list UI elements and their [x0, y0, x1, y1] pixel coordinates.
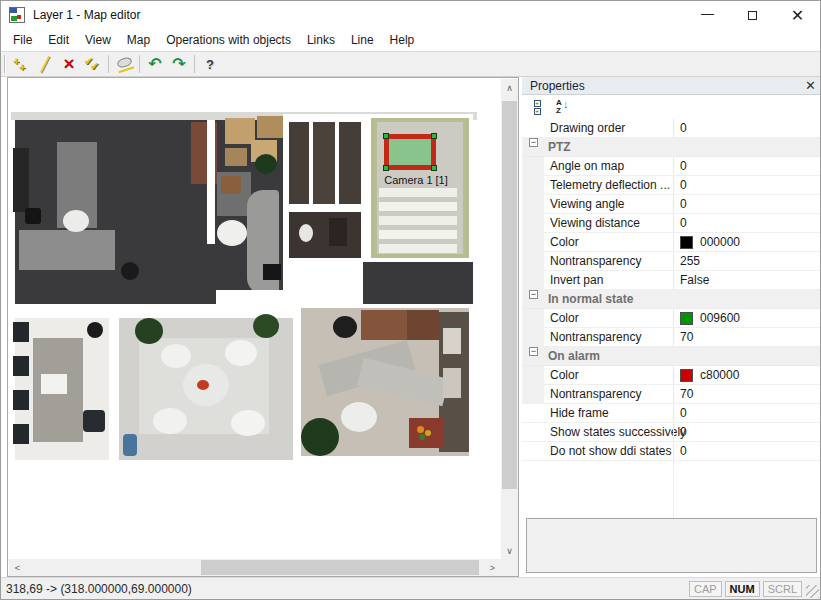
property-value-text: False	[680, 273, 709, 287]
indicator-scrl: SCRL	[763, 581, 802, 597]
property-row: Nontransparency255	[522, 252, 821, 271]
color-swatch[interactable]	[680, 369, 693, 382]
camera-handle[interactable]	[383, 133, 389, 139]
property-value[interactable]: 009600	[673, 309, 821, 327]
furniture-shape	[197, 380, 209, 390]
furniture-shape	[257, 116, 283, 138]
camera-handle[interactable]	[431, 133, 437, 139]
menu-links[interactable]: Links	[299, 31, 343, 49]
row-gutter: −	[522, 290, 544, 308]
property-value[interactable]: 0	[673, 157, 821, 175]
property-value[interactable]: c80000	[673, 366, 821, 384]
furniture-shape	[363, 262, 473, 306]
color-swatch[interactable]	[680, 312, 693, 325]
property-value[interactable]: False	[673, 271, 821, 289]
line-icon: ╱	[41, 56, 49, 72]
furniture-shape	[379, 230, 457, 239]
scroll-up-icon[interactable]: ∧	[501, 79, 518, 96]
vertical-scroll-thumb[interactable]	[502, 101, 517, 489]
maximize-button[interactable]	[730, 1, 775, 29]
add-nodes-icon: ++	[13, 56, 29, 72]
property-value[interactable]: 0	[673, 176, 821, 194]
add-nodes-button[interactable]: ++	[9, 53, 33, 75]
furniture-shape	[301, 418, 339, 456]
menu-view[interactable]: View	[77, 31, 119, 49]
eraser-button[interactable]	[112, 53, 136, 75]
property-row: Color009600	[522, 309, 821, 328]
property-value[interactable]: 70	[673, 328, 821, 346]
redo-button[interactable]: ↷	[167, 53, 191, 75]
furniture-shape	[329, 218, 347, 246]
scroll-down-icon[interactable]: ∨	[501, 542, 518, 559]
menu-help[interactable]: Help	[382, 31, 423, 49]
map-region: Camera 1 [1] ∧ ∨ < >	[7, 77, 519, 577]
scroll-left-icon[interactable]: <	[9, 559, 26, 576]
property-value[interactable]: 0	[673, 423, 821, 441]
furniture-shape	[255, 154, 277, 174]
draw-line-button[interactable]: ╱	[33, 53, 57, 75]
furniture-shape	[109, 312, 119, 460]
properties-header: Properties ✕	[522, 77, 821, 95]
furniture-shape	[417, 426, 424, 433]
property-value-text: 0	[680, 197, 687, 211]
scroll-right-icon[interactable]: >	[484, 559, 501, 576]
undo-button[interactable]: ↶	[143, 53, 167, 75]
property-value[interactable]: 70	[673, 385, 821, 403]
furniture-shape	[225, 148, 247, 166]
property-row: Invert panFalse	[522, 271, 821, 290]
minimize-button[interactable]: —	[685, 1, 730, 29]
color-swatch[interactable]	[680, 236, 693, 249]
camera-marker[interactable]	[384, 134, 436, 170]
property-value[interactable]: 0	[673, 214, 821, 232]
help-button[interactable]: ?	[198, 53, 222, 75]
property-value[interactable]: 0	[673, 195, 821, 213]
furniture-shape	[225, 340, 257, 366]
menu-map[interactable]: Map	[119, 31, 158, 49]
collapse-toggle[interactable]: −	[529, 290, 538, 299]
menu-line[interactable]: Line	[343, 31, 382, 49]
camera-handle[interactable]	[431, 165, 437, 171]
menu-edit[interactable]: Edit	[40, 31, 77, 49]
close-button[interactable]: ✕	[775, 1, 820, 29]
indicator-num: NUM	[725, 581, 760, 597]
categorized-view-button[interactable]: ++	[527, 98, 547, 116]
toolbar-grip[interactable]	[4, 55, 6, 73]
furniture-shape	[123, 434, 137, 456]
check-nodes-button[interactable]: ✔✔	[81, 53, 105, 75]
menu-bar: FileEditViewMapOperations with objectsLi…	[1, 29, 820, 51]
property-value[interactable]: 255	[673, 252, 821, 270]
furniture-shape	[13, 424, 29, 444]
property-value[interactable]: 0	[673, 119, 821, 137]
property-grid: Drawing order0−PTZAngle on map0Telemetry…	[522, 119, 821, 461]
menu-file[interactable]: File	[5, 31, 40, 49]
delete-button[interactable]: ×	[57, 53, 81, 75]
vertical-scrollbar[interactable]: ∧ ∨	[501, 79, 518, 559]
window-title: Layer 1 - Map editor	[33, 8, 140, 22]
property-row: Drawing order0	[522, 119, 821, 138]
floor-plan: Camera 1 [1]	[11, 112, 477, 474]
furniture-shape	[293, 308, 301, 460]
property-row: Colorc80000	[522, 366, 821, 385]
row-gutter	[522, 233, 544, 251]
sort-alphabetical-button[interactable]: AZ↓	[553, 98, 573, 116]
property-row: Hide frame0	[522, 404, 821, 423]
menu-operations-with-objects[interactable]: Operations with objects	[158, 31, 299, 49]
map-canvas[interactable]: Camera 1 [1]	[9, 79, 501, 559]
horizontal-scroll-thumb[interactable]	[201, 560, 479, 575]
property-value-text: 0	[680, 178, 687, 192]
furniture-shape	[231, 410, 265, 436]
furniture-shape	[379, 202, 457, 211]
camera-handle[interactable]	[383, 165, 389, 171]
collapse-toggle[interactable]: −	[529, 138, 538, 147]
property-value[interactable]: 0	[673, 442, 821, 460]
resize-grip-icon[interactable]	[806, 585, 819, 598]
property-value[interactable]: 0	[673, 404, 821, 422]
horizontal-scrollbar[interactable]: < >	[9, 559, 501, 576]
property-value[interactable]: 000000	[673, 233, 821, 251]
furniture-shape	[425, 430, 431, 436]
furniture-shape	[339, 122, 361, 204]
collapse-toggle[interactable]: −	[529, 347, 538, 356]
double-check-icon: ✔✔	[84, 56, 102, 72]
properties-close-icon[interactable]: ✕	[805, 79, 816, 92]
furniture-shape	[299, 224, 313, 242]
